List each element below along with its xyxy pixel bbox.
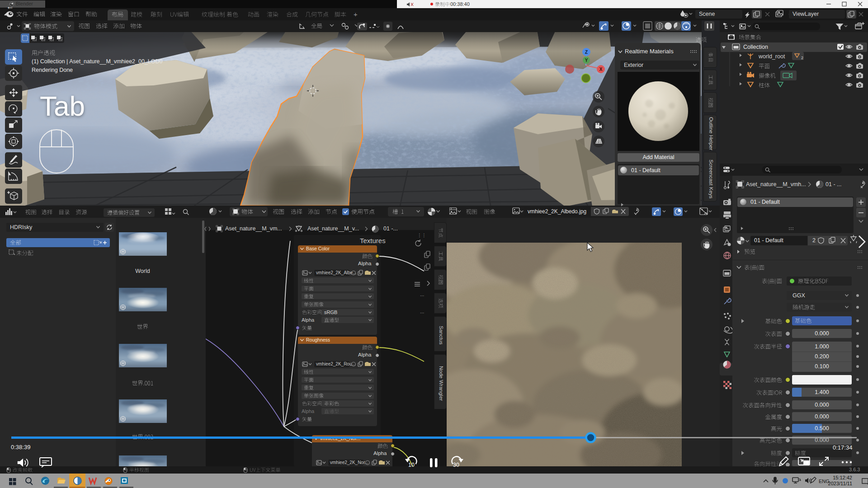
- svg-text:⋮⋮: ⋮⋮: [417, 233, 426, 238]
- svg-text:2: 2: [801, 56, 803, 60]
- svg-text:⋯: ⋯: [420, 293, 425, 298]
- svg-text:⋯: ⋯: [420, 310, 425, 315]
- svg-text:X: X: [599, 67, 603, 72]
- svg-text:Z: Z: [585, 50, 588, 55]
- svg-text:Y: Y: [585, 58, 588, 63]
